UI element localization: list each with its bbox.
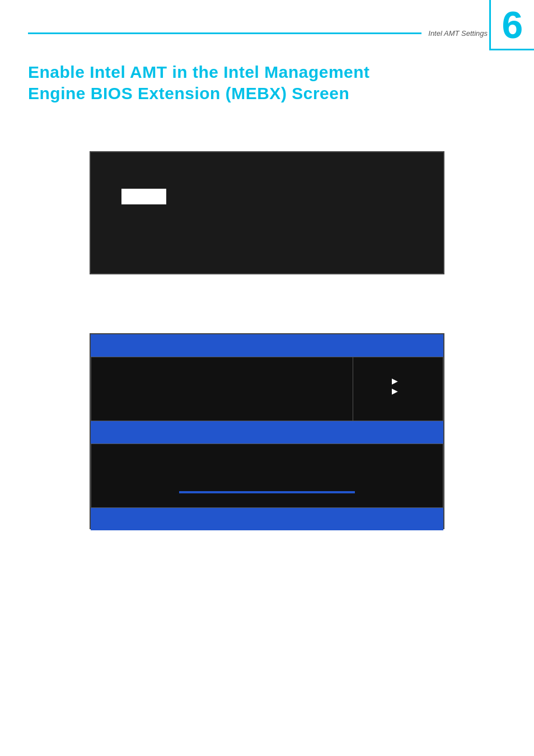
bios-blue-bar-3 [91,508,443,530]
bios-screen-1-inner [91,152,443,273]
page-title: Enable Intel AMT in the Intel Management… [28,62,506,104]
chapter-number: 6 [502,6,523,44]
bios-underline-bar [179,491,355,493]
header-rule [28,32,421,34]
chapter-label: Intel AMT Settings [428,29,488,38]
bios-vertical-divider [353,357,353,421]
bios-blue-bar-1 [91,334,443,357]
bios-screen-2: ▶ ▶ [90,333,444,529]
bios-panel-2-inner [91,444,443,507]
chapter-number-block: 6 [489,0,534,50]
bios-arrows: ▶ ▶ [392,377,398,395]
page-title-line1: Enable Intel AMT in the Intel Management [28,62,506,83]
bios-selection-box [121,189,166,204]
bios-screen-1 [90,151,444,274]
bios-arrow-2: ▶ [392,387,398,395]
header-line-container: Intel AMT Settings [28,29,488,38]
bios-blue-bar-2 [91,421,443,444]
bios-panel-1-inner: ▶ ▶ [91,357,443,421]
bios-panel-1: ▶ ▶ [91,357,443,421]
page-title-line2: Engine BIOS Extension (MEBX) Screen [28,83,506,104]
bios-arrow-1: ▶ [392,377,398,385]
bios-panel-2 [91,444,443,508]
